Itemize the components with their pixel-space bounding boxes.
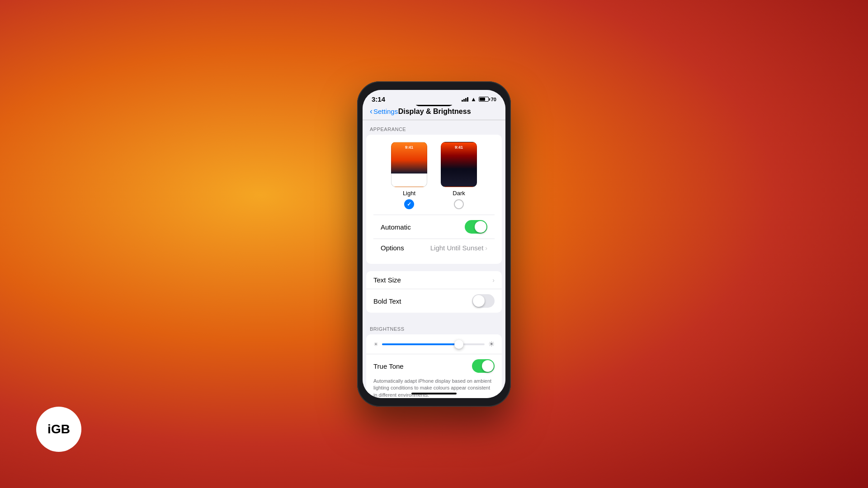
- status-bar: 3:14 ▲ 70: [363, 90, 505, 105]
- appearance-section-header: APPEARANCE: [363, 120, 505, 135]
- brightness-min-icon: ☀: [373, 341, 378, 347]
- brightness-slider-track[interactable]: [382, 343, 485, 345]
- bold-text-label: Bold Text: [373, 297, 401, 305]
- battery-icon: [479, 97, 489, 102]
- true-tone-row: True Tone: [366, 354, 502, 378]
- light-label: Light: [403, 190, 415, 197]
- appearance-options: 9:41 Light 9:41 Dark: [373, 142, 495, 209]
- brightness-slider-thumb[interactable]: [454, 340, 463, 349]
- text-size-chevron-icon: ›: [492, 277, 495, 284]
- nav-bar: ‹ Settings Display & Brightness: [363, 105, 505, 120]
- bold-text-row: Bold Text: [366, 289, 502, 313]
- dark-preview-time: 9:41: [441, 145, 476, 150]
- home-indicator: [411, 393, 457, 394]
- status-icons: ▲ 70: [462, 96, 496, 103]
- battery-percent: 70: [491, 97, 496, 102]
- content-area: APPEARANCE 9:41 Light 9:4: [363, 120, 505, 398]
- true-tone-description: Automatically adapt iPhone display based…: [366, 378, 502, 398]
- igb-logo-text: iGB: [47, 422, 70, 436]
- text-size-label: Text Size: [373, 276, 401, 284]
- dark-option[interactable]: 9:41 Dark: [441, 142, 477, 209]
- light-option[interactable]: 9:41 Light: [391, 142, 427, 209]
- dark-preview: 9:41: [441, 142, 477, 187]
- wifi-icon: ▲: [471, 96, 476, 103]
- brightness-max-icon: ☀: [488, 340, 495, 348]
- signal-icon: [462, 97, 468, 102]
- options-value: Light Until Sunset: [430, 244, 484, 252]
- true-tone-toggle-knob: [482, 360, 494, 372]
- back-label[interactable]: Settings: [373, 108, 398, 115]
- options-label: Options: [381, 244, 404, 252]
- brightness-section-header: BRIGHTNESS: [363, 320, 505, 334]
- battery-fill: [480, 98, 486, 101]
- bold-text-toggle-knob: [473, 295, 485, 307]
- brightness-slider-row: ☀ ☀: [366, 334, 502, 354]
- igb-logo: iGB: [36, 407, 81, 452]
- page-title: Display & Brightness: [398, 108, 471, 116]
- light-preview-time: 9:41: [392, 145, 427, 150]
- status-time: 3:14: [372, 95, 385, 103]
- automatic-label: Automatic: [381, 223, 411, 231]
- dark-radio[interactable]: [454, 199, 464, 209]
- bold-text-toggle[interactable]: [472, 294, 495, 308]
- automatic-row: Automatic: [373, 215, 495, 239]
- text-settings-card: Text Size › Bold Text: [366, 271, 502, 313]
- back-button[interactable]: ‹ Settings: [370, 107, 398, 116]
- options-value-group: Light Until Sunset ›: [430, 244, 487, 252]
- light-preview: 9:41: [391, 142, 427, 187]
- appearance-card: 9:41 Light 9:41 Dark: [366, 135, 502, 264]
- dark-label: Dark: [453, 190, 465, 197]
- text-size-row[interactable]: Text Size ›: [366, 271, 502, 289]
- brightness-card: ☀ ☀ True Tone Automatically adapt iPhone…: [366, 334, 502, 398]
- brightness-slider-fill: [382, 343, 459, 345]
- automatic-toggle[interactable]: [465, 220, 487, 234]
- true-tone-toggle[interactable]: [472, 359, 495, 373]
- phone-frame: 3:14 ▲ 70 ‹ S: [357, 81, 511, 407]
- automatic-toggle-knob: [475, 221, 486, 233]
- options-row[interactable]: Options Light Until Sunset ›: [373, 239, 495, 257]
- options-chevron-icon: ›: [485, 244, 487, 252]
- back-chevron-icon: ‹: [370, 107, 373, 116]
- true-tone-label: True Tone: [373, 362, 404, 370]
- phone-screen: 3:14 ▲ 70 ‹ S: [363, 90, 505, 398]
- light-radio[interactable]: [404, 199, 414, 209]
